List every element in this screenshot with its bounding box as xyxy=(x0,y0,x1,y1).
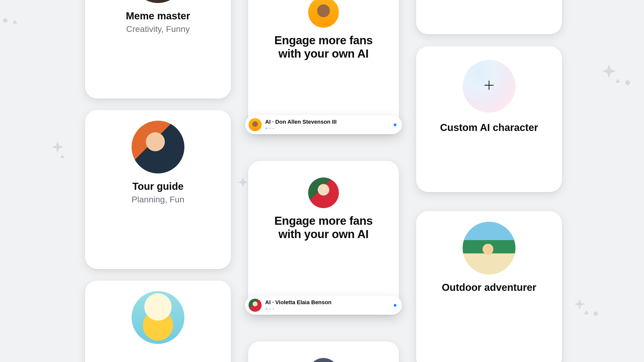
svg-point-0 xyxy=(3,18,8,23)
card-subtitle: Planning, Fun xyxy=(132,195,184,204)
bg-deco-icon xyxy=(51,140,64,154)
svg-marker-1 xyxy=(13,20,17,24)
gradient-circle xyxy=(463,60,515,113)
bg-deco-icon xyxy=(237,176,249,188)
bg-deco-icon xyxy=(601,63,617,79)
bg-deco-icon xyxy=(2,17,9,24)
card-title: Meme master xyxy=(126,10,190,22)
bg-deco-icon xyxy=(574,298,586,310)
promo-headline: Engage more fans with your own AI xyxy=(274,34,373,60)
avatar-image xyxy=(308,0,339,28)
promo-card-engage-2[interactable]: Engage more fans with your own AI AI · V… xyxy=(248,161,399,312)
typing-indicator-icon: • • xyxy=(265,126,390,131)
card-title: Custom AI character xyxy=(440,122,538,133)
character-card-outdoor-adventurer[interactable]: Outdoor adventurer xyxy=(416,211,562,362)
svg-marker-5 xyxy=(584,310,589,314)
unread-indicator-icon xyxy=(394,123,396,126)
unread-indicator-icon xyxy=(394,304,396,307)
avatar-image xyxy=(249,118,262,131)
bg-deco-icon xyxy=(12,19,18,25)
svg-marker-2 xyxy=(60,154,64,158)
typing-indicator-icon: • • xyxy=(265,307,390,311)
svg-marker-3 xyxy=(616,79,620,83)
avatar-image xyxy=(132,291,184,344)
promo-headline: Engage more fans with your own AI xyxy=(274,214,373,241)
svg-point-6 xyxy=(593,311,598,316)
avatar-image xyxy=(308,177,339,208)
chat-author-name: AI · Don Allen Stevenson III xyxy=(265,119,390,125)
svg-point-4 xyxy=(625,80,630,85)
create-custom-character-card[interactable]: Custom AI character xyxy=(416,46,562,192)
chat-pill[interactable]: AI · Don Allen Stevenson III • • xyxy=(245,115,402,134)
avatar-image xyxy=(308,358,339,362)
character-card-popcorn[interactable] xyxy=(85,281,231,362)
chat-author-name: AI · Violetta Elaia Benson xyxy=(265,299,390,306)
avatar-image xyxy=(249,299,262,312)
card-title: Outdoor adventurer xyxy=(442,282,536,293)
avatar-image xyxy=(132,0,184,3)
plus-icon xyxy=(483,79,495,93)
card-title: Tour guide xyxy=(132,180,184,192)
promo-card-engage-1[interactable]: Engage more fans with your own AI AI · D… xyxy=(248,0,399,131)
bg-deco-icon xyxy=(584,310,589,315)
avatar-image xyxy=(132,121,184,173)
character-card-meme-master[interactable]: Meme master Creativity, Funny xyxy=(85,0,231,99)
bg-deco-icon xyxy=(615,78,621,84)
bg-deco-icon xyxy=(624,79,631,86)
promo-card-engage-3[interactable] xyxy=(248,341,399,362)
bg-deco-icon xyxy=(593,311,599,317)
bg-deco-icon xyxy=(60,154,65,159)
chat-pill[interactable]: AI · Violetta Elaia Benson • • xyxy=(245,296,402,315)
character-card-athletic-trainer[interactable]: Athletic trainer Sports, Learn xyxy=(416,0,562,34)
character-card-tour-guide[interactable]: Tour guide Planning, Fun xyxy=(85,110,231,269)
card-subtitle: Creativity, Funny xyxy=(126,24,190,34)
avatar-image xyxy=(463,222,515,275)
